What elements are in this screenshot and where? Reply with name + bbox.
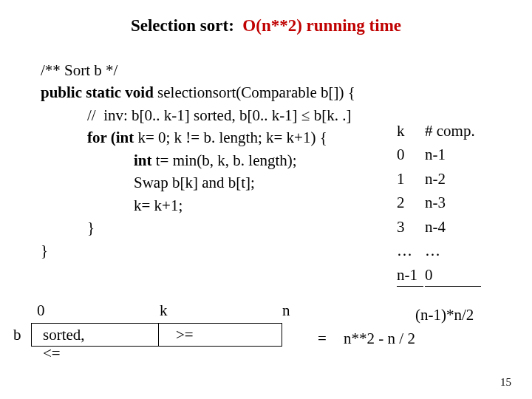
idx-k: k [160,301,168,320]
code-l6: Swap b[k] and b[t]; [41,174,255,191]
complexity-table: k # comp. 0n-1 1n-2 2n-3 3n-4 …… n-10 [395,118,482,288]
page-number: 15 [500,376,511,389]
equals-sign: = [318,330,327,347]
table-row: n-10 [397,264,481,287]
closed-form-line: = n**2 - n / 2 [318,330,415,348]
table-row: 0n-1 [397,143,481,166]
code-l9: } [41,242,48,259]
code-l5b: t= min(b, k, b. length); [152,151,297,169]
idx-n: n [282,301,290,320]
array-label: b [13,326,21,344]
table-row: 3n-4 [397,216,481,238]
table-row: 1n-2 [397,168,481,190]
code-block: /** Sort b */ public static void selecti… [41,59,355,262]
code-l8: } [41,219,95,236]
code-l2b: selectionsort(Comparable b[]) { [154,83,355,101]
code-l4b: k= 0; k != b. length; k= k+1) { [134,129,327,146]
code-l2a: public static void [41,83,154,101]
head-comp: # comp. [425,120,481,142]
slide-title: Selection sort: O(n**2) running time [0,16,532,35]
table-header-row: k # comp. [397,120,481,142]
code-l7: k= k+1; [41,197,183,214]
closed-form: n**2 - n / 2 [344,330,415,347]
head-k: k [397,120,423,142]
table-row: …… [397,239,481,262]
array-right-region: >= [176,326,194,344]
sum-expression: (n-1)*n/2 [415,306,474,324]
code-l1: /** Sort b */ [41,61,117,79]
code-l5a: int [41,151,152,169]
array-divider [158,323,159,347]
title-complexity: O(n**2) running time [239,16,401,35]
title-prefix: Selection sort: [131,16,234,35]
code-l3: // inv: b[0.. k-1] sorted, b[0.. k-1] ≤ … [41,106,351,124]
code-l4a: for (int [41,129,134,146]
idx-0: 0 [37,301,45,320]
table-row: 2n-3 [397,191,481,214]
array-left-region: sorted, <= [43,326,85,363]
